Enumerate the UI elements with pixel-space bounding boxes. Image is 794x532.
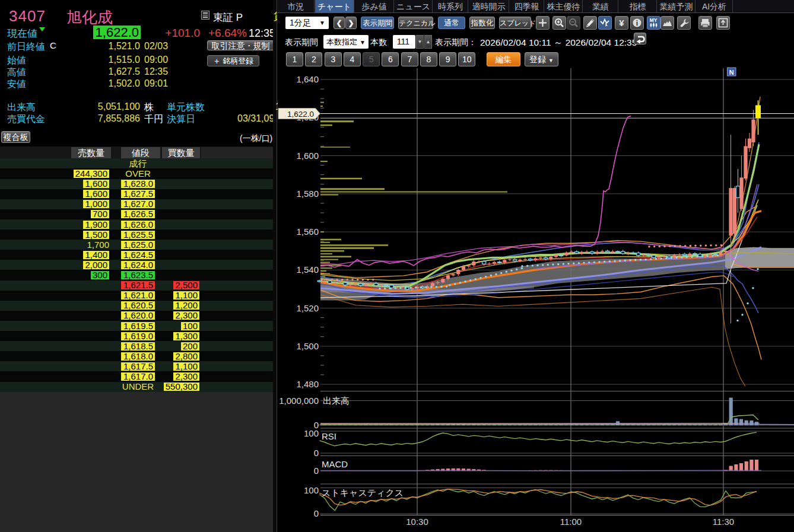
svg-text:RSI: RSI: [322, 431, 336, 441]
svg-text:11:30: 11:30: [713, 517, 734, 527]
svg-text:出来高: 出来高: [323, 396, 350, 406]
svg-text:1,560: 1,560: [296, 227, 319, 237]
svg-text:N: N: [729, 69, 734, 76]
svg-text:¥: ¥: [619, 18, 624, 28]
svg-text:0: 0: [314, 448, 319, 458]
svg-text:1,000,000: 1,000,000: [279, 396, 319, 406]
svg-text:11:00: 11:00: [560, 517, 582, 527]
svg-text:100: 100: [304, 485, 319, 495]
svg-text:ストキャスティクス: ストキャスティクス: [322, 488, 404, 498]
svg-text:1,480: 1,480: [296, 379, 319, 389]
svg-text:1,600: 1,600: [296, 151, 319, 161]
svg-text:0: 0: [314, 508, 319, 518]
svg-text:1,640: 1,640: [296, 74, 319, 84]
svg-text:100: 100: [304, 428, 319, 438]
svg-text:MACD: MACD: [322, 459, 348, 469]
svg-text:MY: MY: [650, 17, 658, 23]
svg-text:1,580: 1,580: [296, 189, 319, 199]
svg-text:1,520: 1,520: [296, 303, 319, 313]
svg-text:1,622.0: 1,622.0: [287, 110, 314, 119]
svg-text:1,500: 1,500: [296, 341, 319, 351]
svg-text:0: 0: [314, 466, 319, 476]
svg-text:10:30: 10:30: [406, 517, 428, 527]
svg-text:1,540: 1,540: [296, 265, 319, 275]
